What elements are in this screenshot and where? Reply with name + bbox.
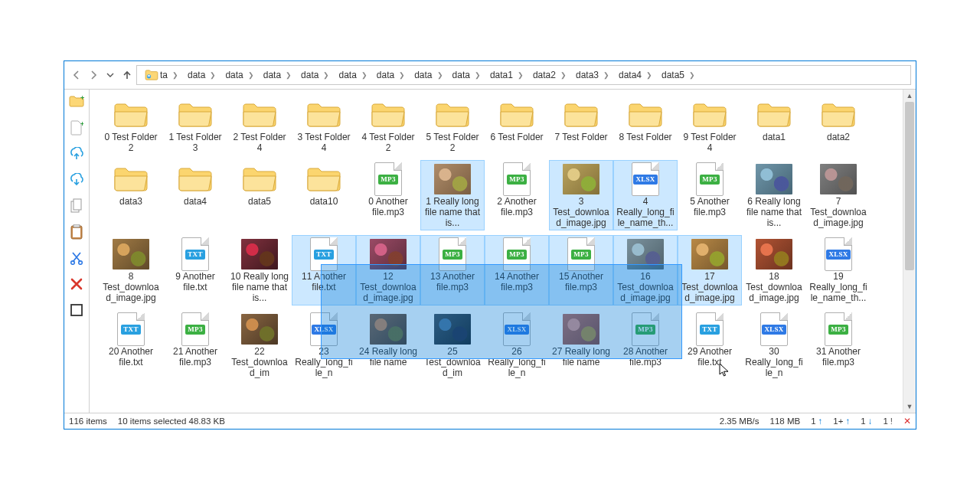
file-item[interactable]: 6 Test Folder <box>485 96 549 155</box>
file-item[interactable]: 9 Test Folder 4 <box>678 96 742 155</box>
breadcrumb-segment[interactable]: data ❯ <box>448 66 485 84</box>
file-item[interactable]: MP3 14 Another file.mp3 <box>485 235 549 305</box>
chevron-right-icon: ❯ <box>172 71 178 79</box>
file-icon: XLSX <box>760 312 788 346</box>
file-item[interactable]: data4 <box>163 160 227 230</box>
file-item[interactable]: TXT 9 Another file.txt <box>163 235 227 305</box>
folder-icon <box>145 70 158 80</box>
forward-button[interactable] <box>86 67 101 83</box>
breadcrumb-segment[interactable]: data4 ❯ <box>614 66 657 84</box>
folder-icon <box>306 165 341 193</box>
download-icon[interactable] <box>69 172 84 188</box>
image-thumbnail <box>820 164 857 194</box>
file-grid-pane[interactable]: 0 Test Folder 2 1 Test Folder 3 2 Test F… <box>90 90 916 413</box>
file-item[interactable]: MP3 0 Another file.mp3 <box>356 160 420 230</box>
file-item[interactable]: 2 Test Folder 4 <box>227 96 292 155</box>
status-uploads[interactable]: 1↑ <box>811 416 822 426</box>
file-item[interactable]: 12 Test_download_image.jpg <box>356 235 420 305</box>
file-item[interactable]: TXT 11 Another file.txt <box>292 235 356 305</box>
breadcrumb-segment[interactable]: data ❯ <box>259 66 296 84</box>
chevron-right-icon: ❯ <box>475 71 481 79</box>
svg-text:+: + <box>80 95 84 102</box>
file-item[interactable]: data1 <box>742 96 806 155</box>
breadcrumb-segment[interactable]: data ❯ <box>296 66 334 84</box>
file-item[interactable]: 27 Really long file name <box>549 310 613 381</box>
file-item[interactable]: data5 <box>227 160 292 230</box>
back-button[interactable] <box>69 67 84 83</box>
file-item[interactable]: 7 Test_download_image.jpg <box>806 160 871 230</box>
file-item[interactable]: 6 Really long file name that is... <box>742 160 806 230</box>
file-item[interactable]: data3 <box>99 160 163 230</box>
file-item[interactable]: XLSX 30 Really_long_file_n <box>742 310 806 381</box>
file-item[interactable]: 0 Test Folder 2 <box>99 96 163 155</box>
file-item[interactable]: XLSX 19 Really_long_file_name_th... <box>806 235 871 305</box>
cut-icon[interactable] <box>69 250 84 266</box>
file-item[interactable]: MP3 13 Another file.mp3 <box>420 235 485 305</box>
file-item[interactable]: TXT 29 Another file.txt <box>678 310 742 381</box>
new-file-icon[interactable]: + <box>69 120 84 136</box>
file-item[interactable]: data2 <box>806 96 871 155</box>
file-item[interactable]: XLSX 23 Really_long_file_n <box>292 310 356 381</box>
new-folder-icon[interactable]: + <box>69 94 84 109</box>
file-item[interactable]: 7 Test Folder <box>549 96 613 155</box>
file-item[interactable]: 22 Test_download_im <box>227 310 292 381</box>
status-errors[interactable]: 1! <box>883 416 893 426</box>
recent-dropdown-button[interactable] <box>103 67 118 83</box>
file-item[interactable]: MP3 31 Another file.mp3 <box>806 310 871 381</box>
file-item[interactable]: 25 Test_download_im <box>420 310 485 381</box>
file-item[interactable]: 16 Test_download_image.jpg <box>613 235 678 305</box>
breadcrumb-segment[interactable]: data ❯ <box>220 66 258 84</box>
file-item[interactable]: 3 Test Folder 4 <box>292 96 356 155</box>
scroll-thumb[interactable] <box>905 102 914 270</box>
file-item[interactable]: MP3 2 Another file.mp3 <box>485 160 549 230</box>
file-icon: MP3 <box>632 312 659 346</box>
folder-icon <box>178 101 213 129</box>
breadcrumb-segment[interactable]: data ❯ <box>410 66 447 84</box>
file-item[interactable]: 1 Test Folder 3 <box>163 96 227 155</box>
breadcrumb-segment[interactable]: data ❯ <box>183 66 220 84</box>
breadcrumb-segment[interactable]: data ❯ <box>372 66 410 84</box>
copy-icon[interactable] <box>69 198 84 214</box>
file-item[interactable]: MP3 15 Another file.mp3 <box>549 235 613 305</box>
upload-icon[interactable] <box>69 146 84 162</box>
file-label: 26 Really_long_file_n <box>487 346 547 378</box>
status-uploads-plus[interactable]: 1+↑ <box>833 416 850 426</box>
file-item[interactable]: 24 Really long file name <box>356 310 420 381</box>
up-button[interactable] <box>119 67 135 83</box>
file-item[interactable]: 17 Test_download_image.jpg <box>678 235 742 305</box>
breadcrumb-segment[interactable]: data ❯ <box>334 66 371 84</box>
breadcrumb-segment[interactable]: data5 ❯ <box>657 66 700 84</box>
file-item[interactable]: MP3 5 Another file.mp3 <box>678 160 742 230</box>
delete-icon[interactable] <box>69 276 84 292</box>
breadcrumb-segment[interactable]: data1 ❯ <box>485 66 528 84</box>
paste-icon[interactable] <box>69 224 84 240</box>
file-item[interactable]: 8 Test_download_image.jpg <box>99 235 163 305</box>
scroll-up-button[interactable]: ▲ <box>903 90 916 102</box>
scroll-down-button[interactable]: ▼ <box>903 400 916 413</box>
file-item[interactable]: 8 Test Folder <box>613 96 678 155</box>
file-item[interactable]: 1 Really long file name that is... <box>420 160 485 230</box>
select-icon[interactable] <box>69 302 84 318</box>
folder-icon <box>564 101 599 129</box>
file-item[interactable]: TXT 20 Another file.txt <box>99 310 163 381</box>
folder-icon <box>178 165 213 193</box>
breadcrumb[interactable]: ta ❯ data ❯ data ❯ data ❯ data ❯ data ❯ … <box>136 65 911 85</box>
file-item[interactable]: 3 Test_download_image.jpg <box>549 160 613 230</box>
file-item[interactable]: 10 Really long file name that is... <box>227 235 292 305</box>
file-item[interactable]: XLSX 4 Really_long_file_name_th... <box>613 160 678 230</box>
file-item[interactable]: 4 Test Folder 2 <box>356 96 420 155</box>
chevron-right-icon: ❯ <box>689 71 695 79</box>
file-item[interactable]: XLSX 26 Really_long_file_n <box>485 310 549 381</box>
file-item[interactable]: MP3 21 Another file.mp3 <box>163 310 227 381</box>
status-downloads[interactable]: 1↓ <box>861 416 872 426</box>
breadcrumb-root[interactable]: ta ❯ <box>140 66 183 84</box>
breadcrumb-segment[interactable]: data3 ❯ <box>571 66 614 84</box>
breadcrumb-segment[interactable]: data2 ❯ <box>528 66 571 84</box>
vertical-scrollbar[interactable]: ▲ ▼ <box>903 90 916 413</box>
file-item[interactable]: MP3 28 Another file.mp3 <box>613 310 678 381</box>
file-item[interactable]: 5 Test Folder 2 <box>420 96 485 155</box>
file-label: 17 Test_download_image.jpg <box>680 271 740 303</box>
file-item[interactable]: data10 <box>292 160 356 230</box>
status-cancel-button[interactable]: ✕ <box>903 416 911 426</box>
file-item[interactable]: 18 Test_download_image.jpg <box>742 235 806 305</box>
